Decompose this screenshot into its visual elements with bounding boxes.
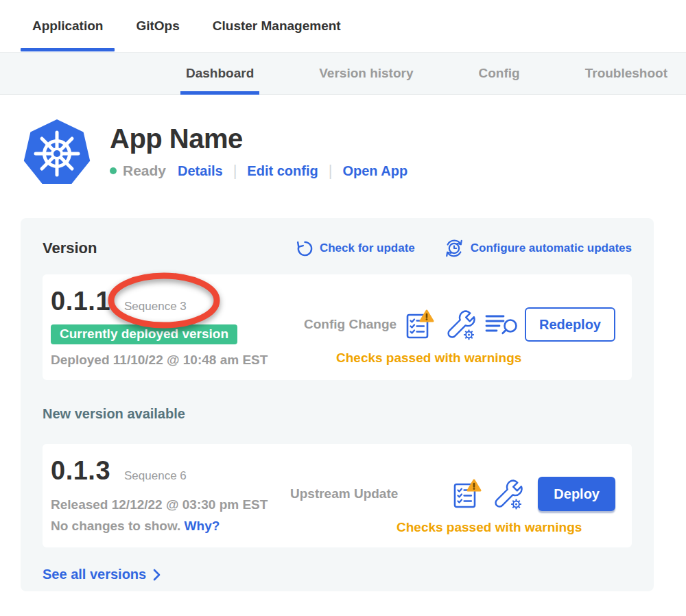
- currently-deployed-badge: Currently deployed version: [51, 324, 237, 344]
- redeploy-button[interactable]: Redeploy: [525, 307, 615, 342]
- why-link[interactable]: Why?: [185, 519, 220, 533]
- status-text: Ready: [123, 163, 166, 179]
- current-version-number: 0.1.1: [51, 287, 110, 316]
- link-separator: |: [233, 162, 237, 180]
- deployed-timestamp: Deployed 11/10/22 @ 10:48 am EST: [51, 353, 284, 368]
- new-sequence-label: Sequence 6: [124, 469, 187, 483]
- app-header: App Name Ready Details | Edit config | O…: [0, 95, 686, 187]
- tab-gitops[interactable]: GitOps: [124, 0, 191, 52]
- new-version-card: 0.1.3 Sequence 6 Released 12/12/22 @ 03:…: [43, 444, 632, 547]
- edit-config-link[interactable]: Edit config: [247, 163, 318, 179]
- diff-view-icon[interactable]: [485, 312, 518, 337]
- check-for-update-button[interactable]: Check for update: [296, 240, 415, 257]
- configure-automatic-updates-label: Configure automatic updates: [471, 241, 632, 255]
- tab-config[interactable]: Config: [473, 53, 525, 94]
- kubernetes-logo-icon: [23, 119, 91, 187]
- config-wrench-icon[interactable]: [491, 478, 523, 510]
- see-all-versions-link[interactable]: See all versions: [43, 567, 632, 582]
- tab-dashboard[interactable]: Dashboard: [180, 53, 259, 94]
- tab-application[interactable]: Application: [21, 0, 115, 52]
- tab-version-history[interactable]: Version history: [314, 53, 418, 94]
- preflight-checks-icon[interactable]: [453, 478, 482, 510]
- no-changes-text: No changes to show.: [51, 519, 180, 533]
- new-version-heading: New version available: [43, 406, 632, 422]
- checks-warning-text: Checks passed with warnings: [397, 520, 615, 535]
- current-sequence-label: Sequence 3: [124, 300, 187, 313]
- details-link[interactable]: Details: [178, 163, 223, 179]
- configure-automatic-updates-button[interactable]: Configure automatic updates: [444, 239, 632, 258]
- app-subnav: Dashboard Version history Config Trouble…: [0, 52, 686, 95]
- released-timestamp: Released 12/12/22 @ 03:30 pm EST: [51, 497, 284, 512]
- config-wrench-icon[interactable]: [444, 309, 475, 340]
- link-separator: |: [329, 162, 333, 180]
- version-panel: Version Check for update: [21, 218, 654, 591]
- tab-cluster-management[interactable]: Cluster Management: [201, 0, 353, 52]
- page-title: App Name: [110, 124, 407, 153]
- release-source-label: Upstream Update: [290, 486, 398, 501]
- version-panel-title: Version: [43, 239, 97, 257]
- status-dot-icon: [110, 167, 117, 174]
- release-source-label: Config Change: [304, 317, 397, 332]
- chevron-right-icon: [152, 568, 161, 582]
- new-version-number: 0.1.3: [51, 456, 110, 486]
- auto-update-schedule-icon: [444, 239, 464, 258]
- open-app-link[interactable]: Open App: [342, 163, 407, 179]
- primary-nav: Application GitOps Cluster Management: [0, 0, 686, 52]
- checks-warning-text: Checks passed with warnings: [336, 351, 615, 366]
- preflight-checks-icon[interactable]: [405, 309, 434, 340]
- check-for-update-label: Check for update: [320, 241, 415, 255]
- app-status-row: Ready Details | Edit config | Open App: [110, 162, 407, 180]
- current-version-card: 0.1.1 Sequence 3 Currently deployed vers…: [43, 274, 632, 380]
- see-all-versions-label: See all versions: [43, 567, 146, 582]
- deploy-button[interactable]: Deploy: [538, 477, 615, 511]
- tab-troubleshoot[interactable]: Troubleshoot: [580, 53, 673, 94]
- refresh-icon: [296, 240, 314, 257]
